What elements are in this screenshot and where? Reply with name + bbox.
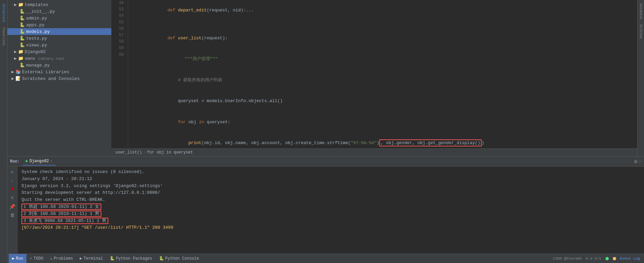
- console-line-4: Starting development server at http://12…: [21, 189, 640, 196]
- console-line-5: Quit the server with CTRL-BREAK.: [21, 196, 640, 204]
- stop-down-icon[interactable]: ↓: [9, 177, 16, 184]
- python-console-icon: 🐍: [159, 256, 164, 261]
- tree-item-templates[interactable]: ▶ 📁 templates: [7, 1, 111, 8]
- tree-item-django02[interactable]: ▶ 📁 Django02: [7, 48, 111, 55]
- breadcrumb: user_list() › for obj in queryset: [111, 148, 637, 156]
- stop-icon[interactable]: ■: [9, 185, 16, 193]
- py-icon: 🐍: [19, 22, 25, 28]
- favorites-tab[interactable]: Favorites: [1, 25, 6, 48]
- console-line-8: 3 朱虎飞 9900.68 2021-05-11) 1 男: [21, 218, 640, 225]
- list-icon[interactable]: ≡: [9, 194, 16, 202]
- py-icon: 🐍: [19, 62, 25, 68]
- project-sidebar: ▶ 📁 templates 🐍 __init__.py 🐍 admin.py: [7, 0, 111, 156]
- output-red-box-2: 2 刘东 100.68 2010-11-11) 1 男: [21, 211, 101, 217]
- database-panel-btn[interactable]: Database: [638, 1, 643, 21]
- panel-content: ↻ ↓ ■ ≡ 📌 🗑 System check identified no i…: [7, 167, 644, 254]
- py-icon: 🐍: [19, 9, 25, 14]
- expand-icon: ▶: [11, 69, 14, 75]
- python-console-tab[interactable]: 🐍 Python Console: [156, 254, 203, 263]
- code-line-55: """用户管理""": [131, 49, 635, 70]
- folder-icon: 📁: [18, 2, 23, 7]
- output-red-box-3: 3 朱虎飞 9900.68 2021-05-11) 1 男: [21, 218, 108, 224]
- python-console-label: Python Console: [165, 256, 199, 261]
- status-dot-green: [605, 257, 609, 260]
- sciview-panel-btn[interactable]: SciView: [638, 22, 643, 40]
- console-line-7: 2 刘东 100.68 2010-11-11) 1 男: [21, 211, 640, 218]
- django02-run-tab[interactable]: ▶ Django02 ✕: [22, 157, 56, 166]
- run-bottom-tab[interactable]: ▶ Run: [9, 254, 26, 263]
- status-dot-yellow: [613, 257, 616, 260]
- output-red-box-1: 1 韩超 100.68 2020-01-11) 2 女: [21, 204, 101, 210]
- python-packages-label: Python Packages: [116, 256, 152, 261]
- panel-minimize-icon[interactable]: —: [639, 159, 641, 164]
- breadcrumb-part2: for obj in queryset: [147, 150, 193, 155]
- panel-sidebar-icons: ↻ ↓ ■ ≡ 📌 🗑: [7, 167, 17, 254]
- py-icon: 🐍: [19, 36, 25, 41]
- code-content[interactable]: 38 53 54 55 56 57 58 59 60 def depart_ed…: [111, 0, 637, 148]
- run-bottom-label: Run: [16, 256, 23, 261]
- folder-icon: 📁: [18, 56, 23, 61]
- code-line-57: queryset = models.UserInfo.objects.all(): [131, 91, 635, 112]
- breadcrumb-separator: ›: [143, 150, 146, 155]
- tree-item-views[interactable]: 🐍 views.py: [7, 42, 111, 48]
- console-line-9: [07/Jan/2024 20:21:17] "GET /user/list/ …: [21, 224, 640, 231]
- code-line-59: print(obj.id, obj.name, obj.account, obj…: [131, 133, 635, 148]
- code-line-58: for obj in queryset:: [131, 112, 635, 133]
- console-line-1: System check identified no issues (0 sil…: [21, 169, 640, 176]
- expand-icon: ▶: [14, 49, 17, 54]
- pin-icon[interactable]: 📌: [9, 203, 16, 210]
- python-packages-tab[interactable]: 🐍 Python Packages: [106, 254, 156, 263]
- tree-item-scratches[interactable]: ▶ 📝 Scratches and Consoles: [7, 75, 111, 82]
- python-packages-icon: 🐍: [110, 256, 115, 261]
- console-line-6: 1 韩超 100.68 2020-01-11) 2 女: [21, 204, 640, 211]
- tree-item-venv[interactable]: ▶ 📁 venv library root: [7, 55, 111, 62]
- tree-item-manage[interactable]: 🐍 manage.py: [7, 62, 111, 69]
- dev-server-url[interactable]: http://127.0.0.1:8000/: [103, 190, 160, 195]
- problems-icon: ⚠: [50, 256, 52, 261]
- code-lines[interactable]: def depart_edit(request, nid):... def us…: [128, 0, 637, 148]
- file-tree: ▶ 📁 templates 🐍 __init__.py 🐍 admin.py: [7, 0, 111, 156]
- tree-item-admin[interactable]: 🐍 admin.py: [7, 15, 111, 21]
- library-icon: 📚: [15, 69, 21, 75]
- csdn-label: CSDN @Stara05: [553, 257, 582, 261]
- restart-icon[interactable]: ↻: [9, 168, 16, 175]
- todo-icon: ✓: [30, 256, 32, 261]
- bottom-tabs: ▶ Run ✓ TODO ⚠ Problems ▶ Terminal 🐍: [7, 254, 549, 263]
- todo-tab[interactable]: ✓ TODO: [26, 254, 47, 263]
- tree-item-apps[interactable]: 🐍 apps.py: [7, 21, 111, 28]
- code-line-56: # 获取所有的用户列表: [131, 70, 635, 91]
- tree-item-external-libs[interactable]: ▶ 📚 External Libraries: [7, 69, 111, 75]
- tree-item-init[interactable]: 🐍 __init__.py: [7, 8, 111, 15]
- expand-icon: ▶: [14, 56, 17, 61]
- panel-tabs: Run: ▶ Django02 ✕ ⚙ —: [7, 157, 644, 167]
- tree-item-tests[interactable]: 🐍 tests.py: [7, 35, 111, 42]
- terminal-tab[interactable]: ▶ Terminal: [76, 254, 106, 263]
- event-log-label[interactable]: Event Log: [620, 257, 640, 261]
- console-line-3: Django version 3.2, using settings 'Djan…: [21, 183, 640, 190]
- right-panel: Database SciView: [637, 0, 644, 156]
- code-line-54: def user_list(request):: [131, 28, 635, 49]
- tree-item-models[interactable]: 🐍 models.py: [7, 28, 111, 35]
- run-tab-label: Django02: [30, 159, 49, 164]
- expand-icon: ▶: [14, 2, 17, 7]
- code-line-38: def depart_edit(request, nid):...: [131, 0, 635, 21]
- status-bar: ▶ Run ✓ TODO ⚠ Problems ▶ Terminal 🐍: [7, 254, 644, 263]
- expand-icon: ▶: [11, 76, 14, 81]
- line-numbers: 38 53 54 55 56 57 58 59 60: [111, 0, 128, 148]
- code-line-53: [131, 21, 635, 28]
- panel-settings-icon[interactable]: ⚙: [634, 158, 638, 165]
- run-tab-close[interactable]: ✕: [50, 159, 52, 163]
- structure-tab[interactable]: Structure: [1, 1, 6, 25]
- todo-label: TODO: [34, 256, 43, 261]
- breadcrumb-part1: user_list(): [115, 150, 142, 155]
- run-label: Run:: [10, 159, 20, 164]
- speed-label: 0.9 K/s: [586, 257, 601, 261]
- problems-tab[interactable]: ⚠ Problems: [47, 254, 76, 263]
- scratches-label: Scratches and Consoles: [22, 76, 80, 81]
- bottom-panel: Run: ▶ Django02 ✕ ⚙ — ↻ ↓ ■ ≡ 📌 🗑: [7, 156, 644, 254]
- console-line-2: January 07, 2024 - 20:21:12: [21, 176, 640, 183]
- console-output[interactable]: System check identified no issues (0 sil…: [17, 167, 644, 254]
- delete-icon[interactable]: 🗑: [9, 212, 16, 219]
- py-icon: 🐍: [19, 15, 25, 21]
- status-right: CSDN @Stara05 0.9 K/s Event Log: [549, 257, 644, 261]
